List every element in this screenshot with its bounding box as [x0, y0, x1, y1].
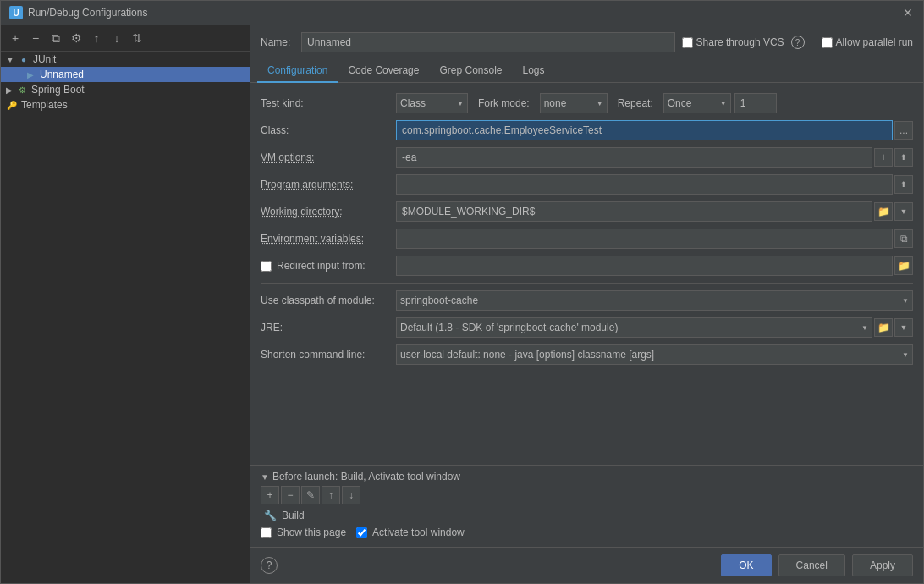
- class-browse-button[interactable]: ...: [894, 121, 913, 140]
- working-directory-dropdown-button[interactable]: ▼: [894, 202, 913, 221]
- use-classpath-value: springboot-cache: [400, 295, 478, 306]
- use-classpath-dropdown[interactable]: springboot-cache ▼: [396, 290, 913, 311]
- before-launch-add-button[interactable]: +: [261, 486, 279, 504]
- sidebar-item-springboot[interactable]: ▶ ⚙ Spring Boot: [1, 82, 250, 97]
- jre-browse-button[interactable]: 📁: [874, 318, 893, 337]
- environment-variables-row: Environment variables: ⧉: [261, 225, 913, 252]
- environment-variables-input[interactable]: [396, 229, 893, 249]
- apply-button[interactable]: Apply: [852, 554, 913, 576]
- vm-options-expand-button[interactable]: ⬆: [894, 148, 913, 167]
- copy-config-button[interactable]: ⧉: [47, 29, 65, 47]
- form-area: Test kind: Class ▼ Fork mode: none ▼ Rep…: [250, 83, 923, 465]
- up-config-button[interactable]: ↑: [87, 29, 106, 47]
- program-arguments-input[interactable]: [396, 174, 893, 195]
- cancel-button[interactable]: Cancel: [778, 554, 845, 576]
- activate-tool-window-checkbox[interactable]: [356, 527, 367, 538]
- fork-mode-dropdown[interactable]: none ▼: [540, 93, 608, 113]
- title-bar: U Run/Debug Configurations ✕: [1, 1, 923, 25]
- redirect-input-group: 📁: [396, 256, 913, 276]
- program-arguments-label: Program arguments:: [261, 179, 396, 190]
- name-label: Name:: [261, 36, 294, 48]
- dialog-title: Run/Debug Configurations: [28, 7, 147, 19]
- sidebar-item-templates[interactable]: 🔑 Templates: [1, 97, 250, 113]
- settings-config-button[interactable]: ⚙: [67, 29, 85, 47]
- before-launch-up-button[interactable]: ↑: [322, 486, 340, 504]
- redirect-input-checkbox[interactable]: [261, 261, 272, 272]
- sidebar-item-templates-label: Templates: [21, 99, 68, 111]
- build-icon: 🔧: [264, 510, 277, 521]
- use-classpath-arrow: ▼: [902, 297, 909, 305]
- repeat-arrow: ▼: [720, 100, 727, 107]
- allow-parallel-option: Allow parallel run: [822, 36, 913, 48]
- working-directory-input[interactable]: [396, 201, 872, 222]
- tab-logs[interactable]: Logs: [513, 59, 555, 83]
- activate-tool-window-option: Activate tool window: [356, 526, 465, 538]
- vm-options-input[interactable]: [396, 147, 872, 168]
- before-launch-edit-button[interactable]: ✎: [301, 486, 320, 504]
- templates-icon: 🔑: [6, 99, 18, 111]
- vm-options-add-button[interactable]: +: [874, 148, 893, 167]
- close-button[interactable]: ✕: [901, 6, 915, 19]
- down-config-button[interactable]: ↓: [107, 29, 126, 47]
- sidebar-item-junit-group[interactable]: ▼ ● JUnit: [1, 52, 250, 67]
- share-vcs-help-button[interactable]: ?: [791, 36, 805, 49]
- help-button[interactable]: ?: [261, 557, 278, 574]
- junit-icon: ●: [18, 53, 30, 65]
- run-debug-dialog: U Run/Debug Configurations ✕ + − ⧉ ⚙ ↑ ↓…: [0, 0, 924, 584]
- dialog-icon: U: [9, 6, 23, 19]
- shorten-command-arrow: ▼: [902, 351, 909, 359]
- sidebar: + − ⧉ ⚙ ↑ ↓ ⇅ ▼ ● JUnit ▶ Unnamed ▶: [1, 25, 250, 583]
- before-launch-toolbar: + − ✎ ↑ ↓: [261, 486, 913, 504]
- environment-variables-browse-button[interactable]: ⧉: [894, 229, 913, 248]
- before-launch-down-button[interactable]: ↓: [342, 486, 360, 504]
- program-arguments-group: ⬆: [396, 174, 913, 195]
- activate-tool-window-label: Activate tool window: [372, 526, 465, 538]
- allow-parallel-label: Allow parallel run: [836, 36, 913, 48]
- share-vcs-label: Share through VCS: [696, 36, 784, 48]
- working-directory-label: Working directory:: [261, 206, 396, 218]
- repeat-count-input[interactable]: [734, 93, 777, 113]
- test-kind-value: Class: [400, 97, 426, 109]
- sidebar-item-unnamed[interactable]: ▶ Unnamed: [1, 67, 250, 82]
- before-launch-collapse-arrow[interactable]: ▼: [261, 472, 269, 482]
- test-kind-dropdown[interactable]: Class ▼: [396, 93, 468, 113]
- springboot-expand-arrow: ▶: [6, 85, 13, 95]
- fork-mode-label: Fork mode:: [478, 97, 530, 109]
- ok-button[interactable]: OK: [721, 554, 771, 576]
- repeat-dropdown[interactable]: Once ▼: [663, 93, 731, 113]
- class-input-container: ...: [396, 120, 913, 140]
- tabs-bar: Configuration Code Coverage Grep Console…: [250, 59, 923, 83]
- show-page-checkbox[interactable]: [261, 527, 272, 538]
- share-vcs-checkbox[interactable]: [682, 37, 693, 48]
- sort-config-button[interactable]: ⇅: [128, 29, 146, 47]
- shorten-command-dropdown[interactable]: user-local default: none - java [options…: [396, 344, 913, 365]
- tab-code-coverage[interactable]: Code Coverage: [338, 59, 429, 83]
- allow-parallel-checkbox[interactable]: [822, 37, 833, 48]
- jre-dropdown[interactable]: Default (1.8 - SDK of 'springboot-cache'…: [396, 317, 872, 338]
- jre-label: JRE:: [261, 322, 396, 333]
- redirect-input-label: Redirect input from:: [277, 260, 366, 272]
- tab-grep-console[interactable]: Grep Console: [429, 59, 512, 83]
- jre-arrow: ▼: [861, 324, 868, 332]
- sidebar-item-springboot-label: Spring Boot: [31, 84, 85, 96]
- shorten-command-group: user-local default: none - java [options…: [396, 344, 913, 365]
- program-arguments-expand-button[interactable]: ⬆: [894, 175, 913, 194]
- class-input[interactable]: [396, 120, 893, 140]
- remove-config-button[interactable]: −: [26, 29, 45, 47]
- sidebar-toolbar: + − ⧉ ⚙ ↑ ↓ ⇅: [1, 25, 250, 52]
- working-directory-browse-button[interactable]: 📁: [874, 202, 893, 221]
- add-config-button[interactable]: +: [6, 29, 25, 47]
- before-launch-remove-button[interactable]: −: [281, 486, 300, 504]
- jre-group: Default (1.8 - SDK of 'springboot-cache'…: [396, 317, 913, 338]
- vm-input-group: + ⬆: [396, 147, 913, 168]
- name-input[interactable]: [301, 32, 675, 52]
- working-directory-group: 📁 ▼: [396, 201, 913, 222]
- redirect-input-browse-button[interactable]: 📁: [894, 256, 913, 275]
- jre-dropdown-button[interactable]: ▼: [894, 318, 913, 337]
- use-classpath-label: Use classpath of module:: [261, 295, 396, 306]
- fork-mode-value: none: [544, 97, 567, 109]
- redirect-input-input[interactable]: [396, 256, 893, 276]
- vm-options-label: VM options:: [261, 152, 396, 163]
- use-classpath-row: Use classpath of module: springboot-cach…: [261, 287, 913, 314]
- tab-configuration[interactable]: Configuration: [257, 59, 338, 83]
